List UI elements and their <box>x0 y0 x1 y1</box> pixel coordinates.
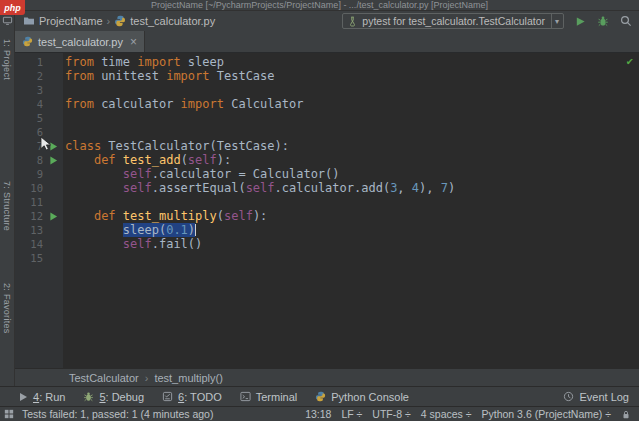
code-text: from unittest import TestCase <box>63 69 275 83</box>
line-number: 13 <box>15 223 43 237</box>
line-number: 1 <box>15 55 43 69</box>
sidebar-item-structure[interactable]: 7: Structure <box>2 181 12 231</box>
run-icon <box>18 392 28 402</box>
breadcrumb-bar: TestCalculator › test_multiply() <box>15 368 639 386</box>
main-area: 1: Project 7: Structure 2: Favorites Pro… <box>0 11 639 386</box>
editor-column: ProjectName › test_calculator.py pytest … <box>15 11 639 386</box>
run-config-label: pytest for test_calculator.TestCalculato… <box>362 15 545 27</box>
python-console-tool-button[interactable]: Python Console <box>315 391 409 403</box>
status-encoding[interactable]: UTF-8 ÷ <box>372 408 410 420</box>
code-lines: 1from time import sleep2from unittest im… <box>15 55 639 265</box>
tool-button-label: 6: TODO <box>178 391 222 403</box>
status-indent[interactable]: 4 spaces ÷ <box>421 408 472 420</box>
debug-icon <box>83 391 94 402</box>
code-text: from calculator import Calculator <box>63 97 303 111</box>
run-config-select[interactable]: pytest for test_calculator.TestCalculato… <box>342 13 564 29</box>
code-line[interactable]: 7class TestCalculator(TestCase): <box>15 139 639 153</box>
run-test-gutter-icon[interactable] <box>43 139 63 153</box>
editor-tab-bar: test_calculator.py × <box>15 31 639 53</box>
line-number: 11 <box>15 195 43 209</box>
nav-breadcrumb-file[interactable]: test_calculator.py <box>130 15 215 27</box>
gutter-spacer <box>43 237 63 251</box>
tab-label: test_calculator.py <box>38 36 123 48</box>
debug-button[interactable] <box>597 15 609 27</box>
line-number: 7 <box>15 139 43 153</box>
code-line[interactable]: 3 <box>15 83 639 97</box>
code-line[interactable]: 6 <box>15 125 639 139</box>
terminal-icon <box>240 391 251 402</box>
line-number: 6 <box>15 125 43 139</box>
tab-test-calculator[interactable]: test_calculator.py × <box>15 31 145 52</box>
navigation-bar: ProjectName › test_calculator.py pytest … <box>15 11 639 31</box>
code-line[interactable]: 11 <box>15 195 639 209</box>
tool-button-label: Event Log <box>579 391 629 403</box>
search-everywhere-icon[interactable] <box>620 15 632 27</box>
line-number: 12 <box>15 209 43 223</box>
lock-icon[interactable] <box>621 409 631 420</box>
code-text: def test_add(self): <box>63 153 231 167</box>
close-icon[interactable]: × <box>130 36 137 48</box>
tool-windows-icon[interactable] <box>2 15 13 26</box>
status-message: Tests failed: 1, passed: 1 (4 minutes ag… <box>22 408 213 420</box>
window-title: ProjectName [~/PycharmProjects/ProjectNa… <box>151 0 488 10</box>
code-text <box>63 111 65 125</box>
breadcrumb-separator: › <box>145 372 149 384</box>
window-title-bar: ProjectName [~/PycharmProjects/ProjectNa… <box>0 0 639 11</box>
code-line[interactable]: 8 def test_add(self): <box>15 153 639 167</box>
code-line[interactable]: 14 self.fail() <box>15 237 639 251</box>
terminal-tool-button[interactable]: Terminal <box>240 391 298 403</box>
run-test-gutter-icon[interactable] <box>43 209 63 223</box>
code-line[interactable]: 9 self.calculator = Calculator() <box>15 167 639 181</box>
code-text: self.assertEqual(self.calculator.add(3, … <box>63 181 455 195</box>
gutter-spacer <box>43 69 63 83</box>
code-line[interactable]: 1from time import sleep <box>15 55 639 69</box>
code-line[interactable]: 2from unittest import TestCase <box>15 69 639 83</box>
gutter-spacer <box>43 55 63 69</box>
gutter-spacer <box>43 251 63 265</box>
tool-button-label: 4: Run <box>33 391 65 403</box>
breadcrumb-class[interactable]: TestCalculator <box>69 372 139 384</box>
todo-icon <box>162 391 173 402</box>
gutter-spacer <box>43 223 63 237</box>
code-text: from time import sleep <box>63 55 224 69</box>
python-file-icon <box>114 15 126 27</box>
code-text: def test_multiply(self): <box>63 209 267 223</box>
python-file-icon <box>22 36 33 47</box>
tool-button-label: 5: Debug <box>99 391 144 403</box>
code-line[interactable]: 5 <box>15 111 639 125</box>
status-bar: Tests failed: 1, passed: 1 (4 minutes ag… <box>0 406 639 421</box>
code-line[interactable]: 12 def test_multiply(self): <box>15 209 639 223</box>
line-number: 15 <box>15 251 43 265</box>
code-text <box>63 83 65 97</box>
code-text: class TestCalculator(TestCase): <box>63 139 289 153</box>
code-line[interactable]: 10 self.assertEqual(self.calculator.add(… <box>15 181 639 195</box>
code-text: self.calculator = Calculator() <box>63 167 340 181</box>
code-line[interactable]: 4from calculator import Calculator <box>15 97 639 111</box>
line-number: 14 <box>15 237 43 251</box>
breadcrumb-method[interactable]: test_multiply() <box>154 372 222 384</box>
code-editor[interactable]: 1from time import sleep2from unittest im… <box>15 53 639 368</box>
event-log-button[interactable]: Event Log <box>563 391 629 403</box>
line-number: 4 <box>15 97 43 111</box>
status-interpreter[interactable]: Python 3.6 (ProjectName) ÷ <box>482 408 611 420</box>
code-line[interactable]: 15 <box>15 251 639 265</box>
text-caret <box>195 224 196 236</box>
line-number: 2 <box>15 69 43 83</box>
status-line-ending[interactable]: LF ÷ <box>341 408 362 420</box>
run-button[interactable] <box>575 16 586 27</box>
code-text <box>63 125 65 139</box>
code-line[interactable]: 13 sleep(0.1) <box>15 223 639 237</box>
todo-tool-button[interactable]: 6: TODO <box>162 391 222 403</box>
sidebar-item-favorites[interactable]: 2: Favorites <box>2 283 12 334</box>
run-test-gutter-icon[interactable] <box>43 153 63 167</box>
run-tool-button[interactable]: 4: Run <box>18 391 65 403</box>
gutter-spacer <box>43 83 63 97</box>
gutter-spacer <box>43 97 63 111</box>
debug-tool-button[interactable]: 5: Debug <box>83 391 144 403</box>
nav-breadcrumb-project[interactable]: ProjectName <box>39 15 103 27</box>
sidebar-item-project[interactable]: 1: Project <box>2 39 12 80</box>
tool-window-bar: 4: Run 5: Debug 6: TODO Terminal Python … <box>0 386 639 406</box>
code-text: sleep(0.1) <box>63 223 196 237</box>
gutter-spacer <box>43 195 63 209</box>
tool-windows-toggle-icon[interactable] <box>4 409 14 419</box>
